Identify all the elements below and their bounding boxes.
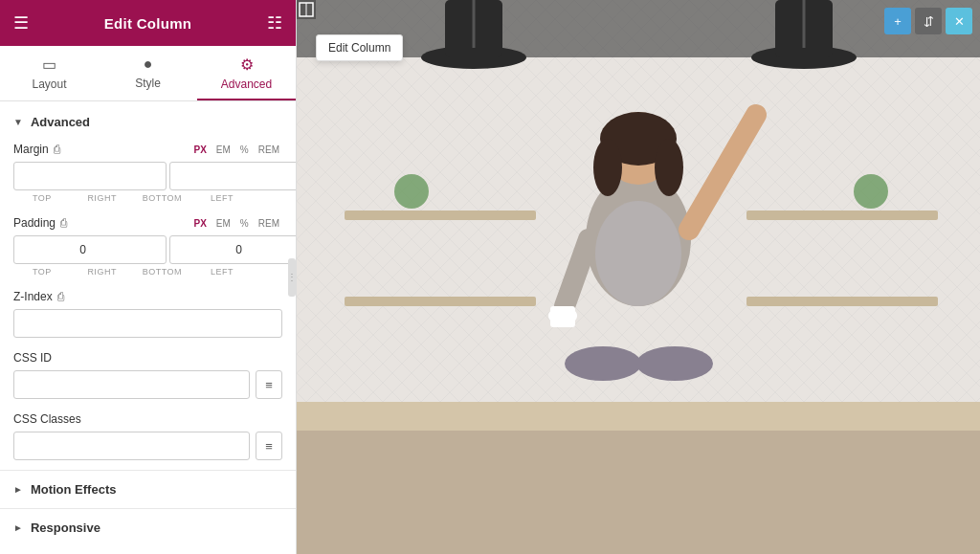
padding-input-labels: TOP RIGHT BOTTOM LEFT bbox=[13, 267, 282, 277]
css-id-label: CSS ID bbox=[13, 351, 52, 365]
svg-rect-13 bbox=[345, 211, 536, 220]
add-column-button[interactable]: + bbox=[884, 8, 911, 34]
style-icon: ● bbox=[144, 55, 153, 73]
padding-right-input[interactable] bbox=[169, 235, 296, 264]
advanced-section-header[interactable]: ▼ Advanced bbox=[0, 101, 296, 139]
right-panel: Edit Column + ⇵ ✕ bbox=[297, 0, 980, 554]
tab-advanced[interactable]: ⚙ Advanced bbox=[197, 46, 296, 100]
padding-label-row: Padding ⎙ PX EM % REM bbox=[13, 216, 282, 230]
padding-left-label: LEFT bbox=[193, 267, 251, 277]
advanced-section-label: Advanced bbox=[31, 115, 90, 129]
padding-field: Padding ⎙ PX EM % REM 🔗 TOP RIGHT bbox=[0, 212, 296, 286]
panel-header: ☰ Edit Column ☷ bbox=[0, 0, 296, 46]
close-column-button[interactable]: ✕ bbox=[946, 8, 972, 34]
margin-bottom-label: BOTTOM bbox=[134, 193, 191, 203]
canvas-image bbox=[297, 0, 980, 554]
responsive-arrow: ► bbox=[13, 522, 23, 533]
css-classes-input[interactable] bbox=[13, 432, 250, 460]
resize-handle[interactable]: ⋮ bbox=[288, 258, 296, 297]
margin-label: Margin ⎙ bbox=[13, 143, 60, 156]
svg-rect-17 bbox=[297, 402, 980, 431]
z-index-input-row bbox=[13, 309, 282, 338]
svg-point-32 bbox=[854, 174, 888, 209]
margin-field: Margin ⎙ PX EM % REM 🔗 TOP RIGHT bbox=[0, 139, 296, 212]
z-index-monitor-icon[interactable]: ⎙ bbox=[57, 290, 64, 303]
margin-unit-percent[interactable]: % bbox=[237, 144, 252, 156]
margin-right-label: RIGHT bbox=[74, 193, 131, 203]
layout-icon: ▭ bbox=[42, 55, 56, 74]
padding-top-input[interactable] bbox=[13, 235, 167, 264]
canvas-svg bbox=[297, 0, 980, 554]
svg-rect-14 bbox=[345, 297, 536, 306]
padding-unit-percent[interactable]: % bbox=[237, 217, 252, 230]
svg-point-28 bbox=[565, 346, 641, 381]
advanced-arrow: ▼ bbox=[13, 117, 23, 127]
css-id-list-button[interactable]: ≡ bbox=[256, 370, 282, 399]
svg-point-31 bbox=[394, 174, 429, 209]
tab-advanced-label: Advanced bbox=[221, 78, 272, 91]
padding-bottom-label: BOTTOM bbox=[134, 267, 191, 277]
css-id-field: CSS ID ≡ bbox=[0, 347, 296, 409]
margin-monitor-icon[interactable]: ⎙ bbox=[54, 143, 60, 156]
margin-top-input[interactable] bbox=[13, 162, 167, 190]
z-index-input[interactable] bbox=[13, 309, 282, 338]
margin-unit-px[interactable]: PX bbox=[191, 144, 210, 156]
margin-right-input[interactable] bbox=[169, 162, 296, 190]
margin-left-label: LEFT bbox=[193, 193, 251, 203]
tab-layout[interactable]: ▭ Layout bbox=[0, 46, 99, 100]
css-id-input-row: ≡ bbox=[13, 370, 282, 399]
tab-style[interactable]: ● Style bbox=[99, 46, 197, 100]
css-id-label-row: CSS ID bbox=[13, 351, 282, 365]
svg-rect-15 bbox=[746, 211, 938, 220]
z-index-label: Z-Index ⎙ bbox=[13, 290, 64, 303]
z-index-label-row: Z-Index ⎙ bbox=[13, 290, 282, 303]
tab-style-label: Style bbox=[135, 77, 161, 90]
canvas-area[interactable]: Edit Column + ⇵ ✕ bbox=[297, 0, 980, 554]
padding-top-label: TOP bbox=[13, 267, 71, 277]
move-column-button[interactable]: ⇵ bbox=[915, 8, 942, 34]
margin-unit-em[interactable]: EM bbox=[213, 144, 234, 156]
tab-layout-label: Layout bbox=[32, 78, 66, 91]
top-controls: + ⇵ ✕ bbox=[884, 8, 972, 34]
padding-unit-switcher: PX EM % REM bbox=[191, 217, 282, 230]
svg-rect-16 bbox=[746, 297, 938, 306]
col-indicator bbox=[297, 0, 316, 19]
svg-rect-27 bbox=[550, 306, 575, 327]
motion-effects-section[interactable]: ► Motion Effects bbox=[0, 470, 296, 508]
margin-label-row: Margin ⎙ PX EM % REM bbox=[13, 143, 282, 156]
padding-unit-rem[interactable]: REM bbox=[256, 217, 282, 230]
responsive-label: Responsive bbox=[31, 521, 100, 535]
svg-rect-18 bbox=[297, 431, 980, 554]
motion-effects-label: Motion Effects bbox=[31, 482, 117, 497]
margin-unit-switcher: PX EM % REM bbox=[191, 144, 282, 156]
css-classes-input-row: ≡ bbox=[13, 432, 282, 460]
svg-point-29 bbox=[636, 346, 713, 381]
margin-inputs: 🔗 bbox=[13, 162, 282, 190]
css-classes-label-row: CSS Classes bbox=[13, 412, 282, 426]
padding-inputs: 🔗 bbox=[13, 235, 282, 264]
panel-title: Edit Column bbox=[104, 15, 192, 32]
left-panel: ☰ Edit Column ☷ ▭ Layout ● Style ⚙ Advan… bbox=[0, 0, 297, 554]
padding-unit-px[interactable]: PX bbox=[191, 217, 210, 230]
svg-point-23 bbox=[655, 139, 683, 196]
advanced-icon: ⚙ bbox=[240, 55, 254, 74]
padding-unit-em[interactable]: EM bbox=[213, 217, 234, 230]
responsive-section[interactable]: ► Responsive bbox=[0, 508, 296, 546]
tabs-container: ▭ Layout ● Style ⚙ Advanced bbox=[0, 46, 296, 101]
grid-icon[interactable]: ☷ bbox=[267, 12, 282, 33]
z-index-field: Z-Index ⎙ bbox=[0, 286, 296, 347]
css-id-input[interactable] bbox=[13, 370, 250, 399]
edit-column-tooltip: Edit Column bbox=[316, 34, 403, 61]
css-classes-label: CSS Classes bbox=[13, 412, 81, 426]
padding-right-label: RIGHT bbox=[74, 267, 131, 277]
hamburger-icon[interactable]: ☰ bbox=[13, 12, 29, 33]
css-classes-list-button[interactable]: ≡ bbox=[256, 432, 282, 460]
margin-unit-rem[interactable]: REM bbox=[256, 144, 282, 156]
css-classes-field: CSS Classes ≡ bbox=[0, 409, 296, 470]
panel-body: ▼ Advanced Margin ⎙ PX EM % REM bbox=[0, 101, 296, 554]
padding-monitor-icon[interactable]: ⎙ bbox=[60, 216, 67, 230]
margin-top-label: TOP bbox=[13, 193, 71, 203]
motion-effects-arrow: ► bbox=[13, 484, 23, 495]
edit-column-tooltip-text: Edit Column bbox=[328, 41, 390, 55]
padding-label: Padding ⎙ bbox=[13, 216, 67, 230]
